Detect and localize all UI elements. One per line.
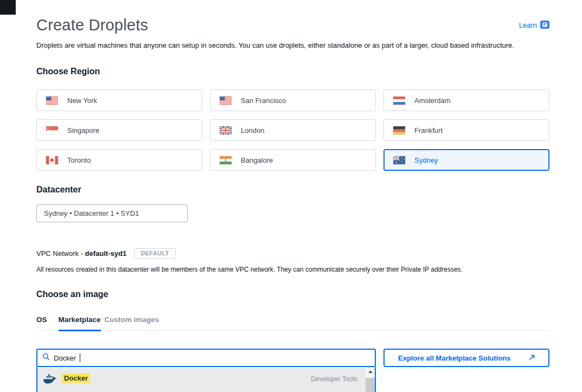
singapore-flag-icon <box>46 126 58 134</box>
learn-link-label: Learn <box>519 21 537 29</box>
explore-marketplace-button[interactable]: Explore all Marketplace Solutions <box>383 349 549 367</box>
page-title: Create Droplets <box>36 16 148 34</box>
datacenter-select[interactable]: Sydney • Datacenter 1 • SYD1 <box>36 204 188 222</box>
region-label: London <box>241 126 264 134</box>
region-grid: New York San Francisco Amsterdam Singa <box>36 89 549 171</box>
region-card-new-york[interactable]: New York <box>36 89 202 111</box>
explore-button-label: Explore all Marketplace Solutions <box>398 354 510 362</box>
us-flag-icon <box>46 97 58 105</box>
page-header: Create Droplets Learn <box>36 16 549 34</box>
netherlands-flag-icon <box>393 97 405 105</box>
dropdown-scrollbar[interactable] <box>366 367 375 392</box>
tab-marketplace[interactable]: Marketplace <box>59 316 101 331</box>
docker-whale-icon <box>43 374 56 391</box>
region-label: Amsterdam <box>414 97 450 105</box>
us-flag-icon <box>220 97 232 105</box>
region-card-london[interactable]: London <box>210 119 376 141</box>
region-card-amsterdam[interactable]: Amsterdam <box>383 89 549 111</box>
germany-flag-icon <box>393 126 405 134</box>
marketplace-search-input[interactable]: Docker <box>36 349 376 367</box>
australia-flag-icon <box>393 156 405 164</box>
uk-flag-icon <box>220 126 232 134</box>
tutorial-icon <box>540 21 549 30</box>
search-input-value: Docker <box>54 354 76 362</box>
main-content: Create Droplets Learn Droplets are virtu… <box>0 0 582 392</box>
region-label: Bangalore <box>241 156 273 164</box>
region-label: Sydney <box>414 156 438 164</box>
datacenter-heading: Datacenter <box>36 185 549 195</box>
external-link-arrow-icon <box>529 353 535 363</box>
region-card-sydney[interactable]: Sydney <box>383 149 549 171</box>
scrollbar-thumb[interactable] <box>366 378 375 392</box>
tab-custom-images[interactable]: Custom images <box>105 316 159 330</box>
result-name-highlighted: Docker <box>62 374 90 383</box>
vpc-network-row: VPC Network - default-syd1 DEFAULT <box>36 248 549 259</box>
result-category: Developer Tools <box>311 375 357 383</box>
choose-region-heading: Choose Region <box>36 67 549 76</box>
region-label: Singapore <box>67 126 99 134</box>
datacenter-selected-value: Sydney • Datacenter 1 • SYD1 <box>44 209 139 217</box>
region-label: San Francisco <box>241 97 286 105</box>
learn-link[interactable]: Learn <box>519 21 549 30</box>
text-caret <box>80 354 80 362</box>
tab-os[interactable]: OS <box>36 316 47 330</box>
vpc-network-name: default-syd1 <box>85 249 127 258</box>
marketplace-search-row: Docker Explore all Marketplace Solutions <box>36 349 549 367</box>
india-flag-icon <box>220 156 232 164</box>
result-item-docker[interactable]: Docker Developer Tools An open platform … <box>37 368 366 392</box>
top-left-dark-block <box>0 0 16 15</box>
result-header: Docker Developer Tools <box>62 374 357 391</box>
vpc-network-label: VPC Network - default-syd1 <box>36 249 126 258</box>
image-source-tabs: OS Marketplace Custom images <box>36 316 549 331</box>
canada-flag-icon <box>46 156 58 164</box>
default-badge: DEFAULT <box>134 248 176 259</box>
choose-image-heading: Choose an image <box>36 290 549 299</box>
search-icon <box>42 353 50 363</box>
page-subtitle: Droplets are virtual machines that anyon… <box>36 41 549 49</box>
search-results-dropdown: Docker Developer Tools An open platform … <box>36 367 376 392</box>
region-label: New York <box>67 97 97 105</box>
region-card-bangalore[interactable]: Bangalore <box>210 149 376 171</box>
vpc-description: All resources created in this datacenter… <box>36 266 549 273</box>
region-card-singapore[interactable]: Singapore <box>36 119 202 141</box>
region-card-toronto[interactable]: Toronto <box>36 149 202 171</box>
create-droplets-page: Create Droplets Learn Droplets are virtu… <box>0 0 582 392</box>
region-label: Frankfurt <box>414 126 443 134</box>
region-card-frankfurt[interactable]: Frankfurt <box>383 119 549 141</box>
region-label: Toronto <box>67 156 91 164</box>
region-card-san-francisco[interactable]: San Francisco <box>210 89 376 111</box>
scrollbar-up-arrow[interactable] <box>366 367 375 376</box>
